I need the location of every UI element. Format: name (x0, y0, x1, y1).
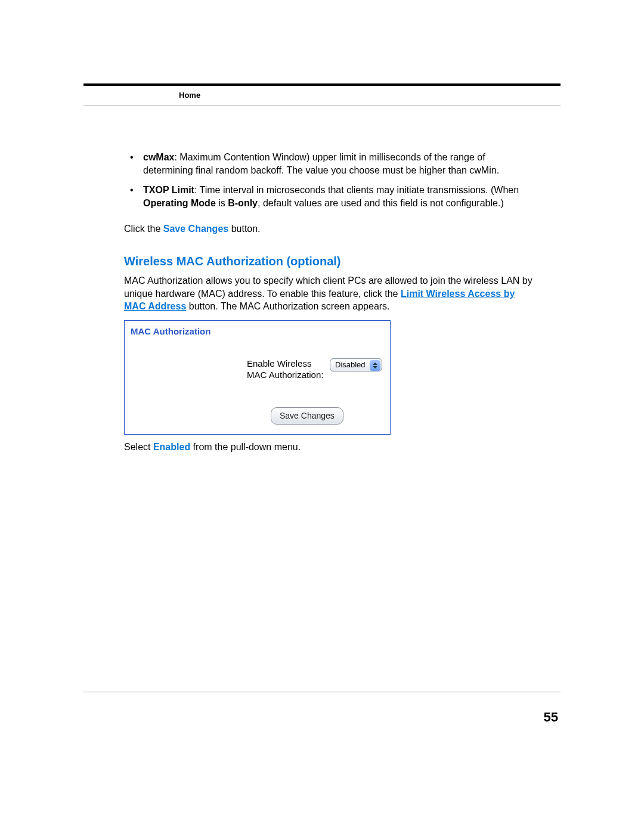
screenshot-title: MAC Authorization (131, 326, 210, 337)
mac-auth-screenshot: MAC Authorization Enable Wireless MAC Au… (124, 320, 391, 435)
click-save-para: Click the Save Changes button. (124, 222, 537, 236)
mac-auth-para: MAC Authorization allows you to specify … (124, 274, 537, 313)
term-txop: TXOP Limit (143, 185, 194, 195)
mac-auth-dropdown[interactable]: Disabled (330, 358, 382, 371)
enabled-link[interactable]: Enabled (153, 442, 190, 452)
text-txop-mid: is (216, 198, 228, 208)
page-number: 55 (83, 710, 561, 725)
enable-mac-label: Enable Wireless MAC Authorization: (247, 358, 323, 381)
document-page: Home cwMax: Maximum Contention Window) u… (83, 83, 561, 460)
label-line1: Enable Wireless (247, 358, 311, 368)
header-rule-thick (83, 83, 561, 86)
select-a: Select (124, 442, 153, 452)
save-changes-link[interactable]: Save Changes (163, 224, 228, 234)
select-enabled-para: Select Enabled from the pull-down menu. (124, 441, 537, 454)
header-rule-thin (83, 106, 561, 106)
click-the-text: Click the (124, 224, 163, 234)
select-b: from the pull-down menu. (190, 442, 301, 452)
bullet-list: cwMax: Maximum Contention Window) upper … (130, 151, 537, 209)
bullet-txop: TXOP Limit: Time interval in microsecond… (130, 184, 537, 209)
term-opmode: Operating Mode (143, 198, 216, 208)
footer-rule (83, 692, 561, 692)
term-bonly: B-only (228, 198, 258, 208)
content-area: cwMax: Maximum Contention Window) upper … (124, 151, 537, 453)
mac-para-b: button. The MAC Authorization screen app… (186, 301, 389, 311)
section-heading-mac-auth: Wireless MAC Authorization (optional) (124, 253, 537, 270)
save-changes-button[interactable]: Save Changes (271, 407, 343, 425)
text-txop-tail: , default values are used and this field… (258, 198, 504, 208)
breadcrumb: Home (83, 88, 561, 102)
bullet-cwmax: cwMax: Maximum Contention Window) upper … (130, 151, 537, 176)
dropdown-arrows-icon (370, 360, 380, 371)
text-txop-a: : Time interval in microseconds that cli… (194, 185, 519, 195)
label-line2: MAC Authorization: (247, 370, 323, 380)
term-cwmax: cwMax (143, 152, 174, 162)
dropdown-value: Disabled (335, 360, 366, 370)
text-cwmax: : Maximum Contention Window) upper limit… (143, 152, 499, 175)
button-suffix-text: button. (228, 224, 260, 234)
